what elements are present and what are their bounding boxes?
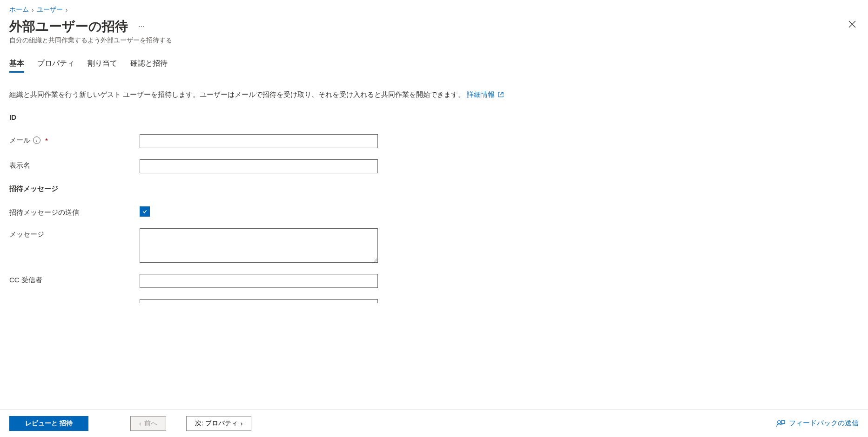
previous-label: 前へ: [144, 419, 157, 428]
learn-more-link[interactable]: 詳細情報: [467, 90, 503, 98]
display-name-label: 表示名: [9, 159, 140, 170]
cc-label: CC 受信者: [9, 274, 140, 285]
cc-input[interactable]: [140, 274, 378, 288]
email-label-text: メール: [9, 136, 30, 145]
previous-button: ‹ 前へ: [130, 416, 166, 431]
more-actions-button[interactable]: ···: [136, 20, 146, 33]
description-text: 組織と共同作業を行う新しいゲスト ユーザーを招待します。ユーザーはメールで招待を…: [9, 89, 859, 100]
next-label: 次: プロパティ: [195, 419, 238, 428]
svg-point-2: [778, 420, 781, 423]
close-button[interactable]: [846, 18, 859, 33]
send-message-label-text: 招待メッセージの送信: [9, 208, 79, 217]
message-label: メッセージ: [9, 228, 140, 239]
tabs: 基本 プロパティ 割り当て 確認と招待: [9, 56, 859, 73]
required-indicator: *: [45, 137, 48, 144]
display-name-label-text: 表示名: [9, 161, 30, 170]
message-label-text: メッセージ: [9, 230, 44, 239]
chevron-left-icon: ‹: [139, 420, 141, 427]
display-name-input[interactable]: [140, 159, 378, 173]
message-textarea[interactable]: [140, 228, 378, 263]
feedback-link[interactable]: フィードバックの送信: [776, 419, 859, 428]
tab-properties[interactable]: プロパティ: [37, 56, 74, 73]
check-icon: [142, 208, 147, 215]
breadcrumb-users[interactable]: ユーザー: [37, 6, 63, 14]
learn-more-label: 詳細情報: [467, 90, 495, 98]
description-body: 組織と共同作業を行う新しいゲスト ユーザーを招待します。ユーザーはメールで招待を…: [9, 90, 465, 98]
tab-assignments[interactable]: 割り当て: [87, 56, 117, 73]
next-button[interactable]: 次: プロパティ ›: [186, 416, 251, 431]
close-icon: [848, 20, 856, 28]
external-link-icon: [498, 92, 504, 97]
info-icon[interactable]: i: [33, 137, 40, 144]
footer-bar: レビューと 招待 ‹ 前へ 次: プロパティ › フィードバックの送信: [0, 409, 868, 437]
feedback-icon: [776, 419, 785, 428]
send-message-label: 招待メッセージの送信: [9, 206, 140, 217]
tab-review[interactable]: 確認と招待: [130, 56, 168, 73]
email-input[interactable]: [140, 134, 378, 148]
feedback-label: フィードバックの送信: [789, 419, 859, 428]
section-id: ID: [9, 113, 859, 121]
breadcrumb-home[interactable]: ホーム: [9, 6, 29, 14]
breadcrumb: ホーム › ユーザー ›: [9, 6, 859, 14]
review-invite-button[interactable]: レビューと 招待: [9, 416, 88, 431]
extra-label: [9, 299, 140, 301]
tab-basic[interactable]: 基本: [9, 56, 24, 73]
section-invite-message: 招待メッセージ: [9, 184, 859, 193]
send-message-checkbox[interactable]: [140, 206, 150, 217]
email-label: メール i *: [9, 134, 140, 145]
chevron-right-icon: ›: [241, 420, 243, 427]
page-subtitle: 自分の組織と共同作業するよう外部ユーザーを招待する: [9, 36, 859, 45]
page-title: 外部ユーザーの招待: [9, 18, 128, 35]
review-invite-label: レビューと 招待: [25, 419, 73, 428]
extra-input[interactable]: [140, 299, 378, 303]
chevron-right-icon: ›: [66, 6, 68, 14]
chevron-right-icon: ›: [32, 6, 34, 14]
cc-label-text: CC 受信者: [9, 276, 42, 285]
